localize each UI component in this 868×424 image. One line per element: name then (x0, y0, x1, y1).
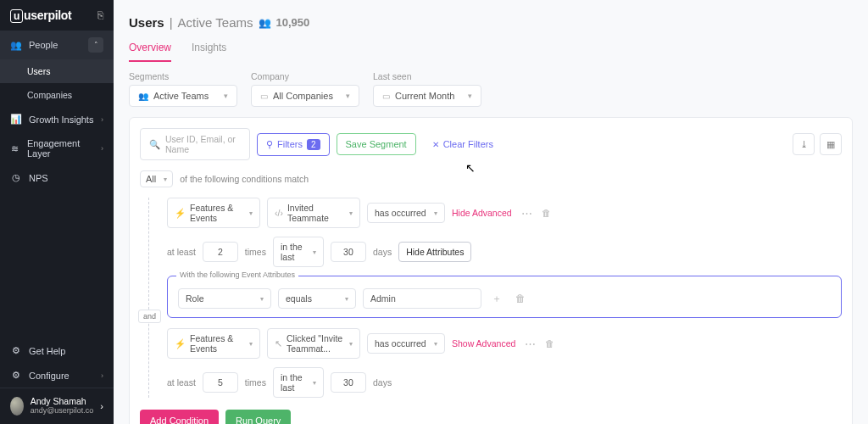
count-input[interactable] (203, 242, 238, 262)
add-attr-button[interactable]: ＋ (488, 292, 505, 306)
attr-key-select[interactable]: Role▾ (178, 288, 271, 309)
main-content: Users | Active Teams 👥 10,950 Overview I… (114, 0, 868, 424)
run-query-button[interactable]: Run Query (225, 410, 291, 424)
delete-attr-button[interactable]: 🗑 (512, 293, 529, 304)
tabs: Overview Insights (129, 42, 853, 62)
chevron-right-icon: › (101, 371, 103, 380)
brand-logo: uuserpilot (10, 8, 71, 22)
rule-category-select[interactable]: ⚡Features & Events▾ (167, 328, 260, 359)
match-mode-select[interactable]: All ▾ (140, 170, 173, 187)
range-select[interactable]: in the last▾ (273, 237, 324, 267)
sidebar-item-help[interactable]: ⚙ Get Help (0, 338, 114, 363)
columns-button[interactable]: ▦ (820, 133, 842, 155)
chevron-right-icon: › (101, 144, 103, 153)
range-select[interactable]: in the last▾ (273, 367, 324, 398)
save-segment-button[interactable]: Save Segment (337, 133, 416, 155)
days-input[interactable] (331, 242, 366, 262)
clear-filters-button[interactable]: ✕ Clear Filters (423, 133, 503, 155)
and-badge: and (138, 310, 161, 323)
show-advanced-link[interactable]: Show Advanced (452, 338, 515, 349)
more-icon[interactable]: ⋯ (519, 207, 535, 220)
collapse-icon[interactable]: ⎘ (97, 9, 103, 21)
chevron-right-icon: › (100, 401, 103, 411)
chevron-right-icon: › (101, 115, 103, 124)
close-icon: ✕ (432, 140, 439, 149)
gauge-icon: ◷ (10, 172, 22, 183)
company-select[interactable]: ▭ All Companies ▾ (251, 85, 359, 107)
download-button[interactable]: ⤓ (793, 133, 815, 155)
sidebar-item-label: Engagement Layer (27, 138, 94, 159)
count-input[interactable] (203, 372, 238, 393)
search-input[interactable]: 🔍 User ID, Email, or Name (140, 128, 250, 160)
add-condition-button[interactable]: Add Condition (140, 410, 219, 424)
trash-icon[interactable]: 🗑 (542, 208, 551, 218)
sidebar-item-label: Get Help (29, 346, 65, 356)
building-icon: ▭ (260, 92, 268, 101)
chevron-down-icon: ▾ (468, 92, 472, 100)
filters-badge: 2 (307, 139, 320, 150)
gear-icon: ⚙ (10, 370, 22, 381)
sidebar-item-label: Companies (27, 90, 72, 100)
sidebar-item-users[interactable]: Users (0, 59, 114, 83)
chevron-down-icon: ▾ (164, 176, 167, 183)
bolt-icon: ⚡ (175, 208, 186, 219)
sidebar-item-label: Growth Insights (29, 114, 93, 125)
rule-op-select[interactable]: has occurred▾ (367, 333, 445, 354)
sidebar: uuserpilot ⎘ 👥 People ˄ Users Companies … (0, 0, 114, 424)
sidebar-header: uuserpilot ⎘ (0, 0, 114, 31)
rule-event-select[interactable]: ‹/›Invited Teammate▾ (267, 198, 360, 228)
trash-icon[interactable]: 🗑 (545, 338, 554, 349)
filter-dropdowns: Segments 👥 Active Teams ▾ Company ▭ All … (114, 61, 868, 117)
hide-attributes-button[interactable]: Hide Attributes (398, 242, 471, 262)
more-icon[interactable]: ⋯ (522, 338, 538, 350)
sidebar-item-label: Users (27, 66, 50, 76)
sidebar-user[interactable]: Andy Shamah andy@userpilot.co › (0, 388, 114, 424)
sidebar-item-label: NPS (29, 173, 48, 183)
chevron-down-icon: ▾ (346, 92, 350, 100)
filters-button[interactable]: ⚲ Filters 2 (257, 133, 330, 156)
search-icon: 🔍 (149, 139, 160, 150)
sidebar-item-nps[interactable]: ◷ NPS (0, 165, 114, 190)
calendar-icon: ▭ (382, 92, 390, 101)
help-icon: ⚙ (10, 345, 22, 356)
people-icon: 👥 (138, 92, 148, 101)
rule-op-select[interactable]: has occurred▾ (367, 203, 445, 223)
days-input[interactable] (331, 372, 366, 393)
sidebar-item-label: Configure (29, 371, 70, 381)
people-icon: 👥 (10, 40, 22, 51)
page-title: Users | Active Teams 👥 10,950 (129, 15, 853, 30)
sidebar-item-engagement[interactable]: ≋ Engagement Layer › (0, 131, 114, 165)
segments-select[interactable]: 👥 Active Teams ▾ (129, 85, 237, 107)
sidebar-item-configure[interactable]: ⚙ Configure › (0, 363, 114, 388)
rule-event-select[interactable]: ↖Clicked "Invite Teammat...▾ (267, 328, 360, 359)
chart-icon: 📊 (10, 114, 22, 125)
sidebar-item-label: People (29, 40, 58, 50)
event-attributes-box: With the following Event Attributes Role… (167, 276, 842, 318)
rule-category-select[interactable]: ⚡Features & Events▾ (167, 198, 260, 228)
sidebar-item-companies[interactable]: Companies (0, 83, 114, 107)
chevron-up-icon[interactable]: ˄ (88, 37, 103, 53)
cursor-icon: ↖ (275, 338, 282, 349)
chevron-down-icon: ▾ (224, 92, 228, 100)
layers-icon: ≋ (10, 143, 20, 154)
sidebar-item-growth[interactable]: 📊 Growth Insights › (0, 107, 114, 131)
attr-value-input[interactable] (363, 288, 481, 309)
hide-advanced-link[interactable]: Hide Advanced (452, 208, 512, 218)
tab-overview[interactable]: Overview (129, 42, 171, 62)
bolt-icon: ⚡ (175, 338, 186, 349)
tab-insights[interactable]: Insights (192, 42, 226, 62)
attr-op-select[interactable]: equals▾ (278, 288, 356, 309)
users-panel: 🔍 User ID, Email, or Name ⚲ Filters 2 Sa… (129, 117, 853, 424)
user-email: andy@userpilot.co (31, 407, 94, 416)
sliders-icon: ⚲ (266, 139, 273, 150)
user-count: 10,950 (276, 16, 310, 29)
avatar (10, 397, 24, 416)
lastseen-select[interactable]: ▭ Current Month ▾ (373, 85, 481, 107)
code-icon: ‹/› (275, 208, 283, 218)
sidebar-item-people[interactable]: 👥 People ˄ (0, 31, 114, 59)
people-icon: 👥 (259, 17, 271, 29)
